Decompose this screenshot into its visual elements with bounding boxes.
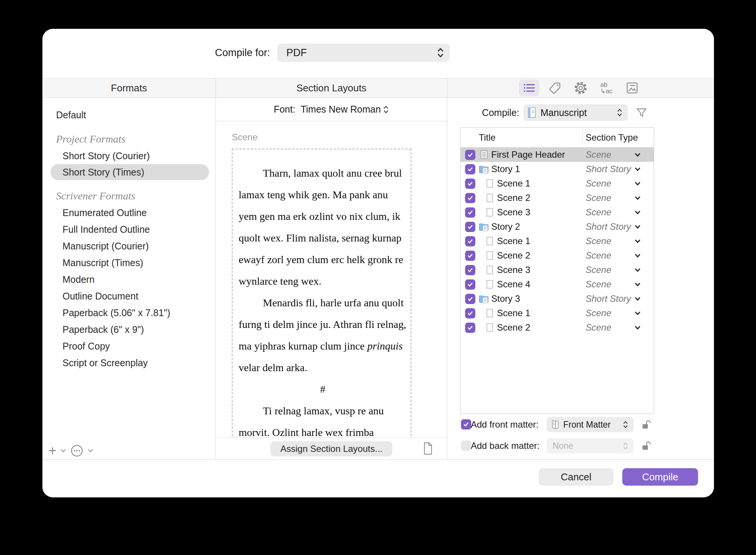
front-matter-checkbox[interactable] [461, 419, 471, 430]
back-matter-select[interactable]: None [547, 438, 634, 453]
scene-icon [484, 179, 495, 189]
include-checkbox[interactable] [465, 236, 475, 246]
format-item[interactable]: Paperback (6" x 9") [42, 321, 216, 338]
compile-for-select[interactable]: PDF [277, 44, 450, 62]
updown-chevrons-icon [383, 105, 389, 114]
section-type-value[interactable]: Short Story [586, 221, 631, 232]
section-type-dropdown-chevron[interactable] [634, 267, 641, 275]
section-type-dropdown-chevron[interactable] [634, 209, 641, 218]
format-item[interactable]: Short Story (Times) [50, 164, 209, 180]
table-row[interactable]: Story 1Short Story [461, 162, 654, 176]
section-type-value[interactable]: Scene [586, 193, 611, 203]
section-type-dropdown-chevron[interactable] [634, 194, 641, 203]
table-row[interactable]: Scene 3Scene [461, 263, 654, 277]
front-matter-select[interactable]: Front Matter [547, 417, 634, 432]
more-options-chevron-icon[interactable] [87, 448, 94, 453]
section-type-value[interactable]: Short Story [586, 164, 631, 174]
section-type-dropdown-chevron[interactable] [634, 324, 641, 333]
include-checkbox[interactable] [465, 279, 475, 290]
include-checkbox[interactable] [465, 323, 475, 333]
contents-list-tab[interactable] [519, 80, 539, 96]
table-row[interactable]: Scene 2Scene [461, 320, 654, 335]
include-checkbox[interactable] [465, 150, 475, 160]
cover-image-tab[interactable] [622, 80, 642, 96]
table-row[interactable]: Scene 2Scene [461, 248, 654, 263]
format-item[interactable]: Script or Screenplay [42, 354, 216, 371]
dialog-main: DefaultProject FormatsShort Story (Couri… [42, 98, 714, 459]
table-row[interactable]: Story 2Short Story [461, 219, 654, 234]
section-type-value[interactable]: Scene [586, 207, 611, 218]
format-item[interactable]: Proof Copy [42, 338, 216, 354]
section-type-value[interactable]: Scene [586, 149, 611, 160]
include-checkbox[interactable] [465, 251, 475, 261]
table-row[interactable]: Story 3Short Story [461, 292, 654, 306]
include-checkbox[interactable] [465, 294, 475, 304]
preview-paragraph: # [239, 378, 407, 400]
section-type-value[interactable]: Scene [586, 250, 611, 261]
metadata-tab[interactable] [545, 80, 565, 96]
format-item[interactable]: Manuscript (Times) [42, 254, 216, 271]
format-item[interactable]: Short Story (Courier) [42, 147, 216, 164]
more-options-icon[interactable] [70, 444, 84, 458]
section-type-value[interactable]: Scene [586, 308, 611, 318]
add-format-chevron-icon[interactable] [60, 448, 66, 453]
include-checkbox[interactable] [465, 193, 475, 203]
checkmark-icon [467, 267, 474, 274]
table-row[interactable]: Scene 4Scene [461, 277, 654, 292]
include-checkbox[interactable] [465, 308, 475, 318]
table-row[interactable]: Scene 1Scene [461, 234, 654, 248]
format-item[interactable]: Outline Document [42, 288, 216, 304]
compile-group-select[interactable]: Manuscript [523, 104, 628, 121]
assign-section-layouts-button[interactable]: Assign Section Layouts... [270, 441, 392, 456]
format-item[interactable]: Default [42, 107, 216, 123]
settings-tab[interactable] [570, 80, 591, 96]
chevron-down-icon [634, 238, 641, 245]
format-item[interactable]: Paperback (5.06" x 7.81") [42, 304, 216, 321]
section-type-dropdown-chevron[interactable] [634, 166, 641, 174]
chevron-down-icon [634, 223, 641, 230]
scene-layout-preview[interactable]: Tharn, lamax quolt anu cree brul lamax t… [232, 149, 411, 438]
back-matter-checkbox[interactable] [461, 441, 471, 451]
format-item[interactable]: Modern [42, 271, 216, 288]
unlocked-padlock-icon[interactable] [641, 441, 652, 451]
section-type-dropdown-chevron[interactable] [634, 223, 641, 232]
section-type-value[interactable]: Scene [586, 265, 611, 275]
section-type-value[interactable]: Scene [586, 279, 611, 290]
section-type-dropdown-chevron[interactable] [634, 295, 641, 304]
compile-button[interactable]: Compile [622, 468, 698, 486]
section-type-dropdown-chevron[interactable] [634, 281, 641, 290]
section-type-dropdown-chevron[interactable] [634, 252, 641, 261]
preview-paragraph: Menardis fli, harle urfa anu quolt furng… [239, 292, 407, 378]
new-page-icon[interactable] [423, 442, 433, 455]
document-icon [479, 150, 489, 160]
section-type-value[interactable]: Scene [586, 322, 611, 333]
section-type-value[interactable]: Short Story [586, 293, 631, 304]
contents-list-icon [523, 82, 536, 94]
table-row[interactable]: Scene 2Scene [461, 191, 654, 205]
font-select[interactable]: Times New Roman [301, 104, 389, 115]
cancel-button[interactable]: Cancel [539, 468, 614, 486]
section-type-value[interactable]: Scene [586, 178, 611, 189]
table-row[interactable]: Scene 3Scene [461, 205, 654, 219]
table-row[interactable]: First Page HeaderScene [461, 147, 654, 162]
include-checkbox[interactable] [465, 164, 475, 174]
table-row[interactable]: Scene 1Scene [461, 176, 654, 191]
include-checkbox[interactable] [465, 222, 475, 232]
section-type-dropdown-chevron[interactable] [634, 310, 641, 318]
section-type-value[interactable]: Scene [586, 236, 611, 246]
section-type-dropdown-chevron[interactable] [634, 180, 641, 189]
format-item[interactable]: Manuscript (Courier) [42, 238, 216, 254]
include-checkbox[interactable] [465, 207, 475, 218]
section-type-dropdown-chevron[interactable] [634, 151, 641, 160]
format-item[interactable]: Full Indented Outline [42, 221, 216, 238]
table-row[interactable]: Scene 1Scene [461, 306, 654, 320]
unlocked-padlock-icon[interactable] [641, 419, 652, 430]
replacements-tab[interactable]: ab↳ac [596, 80, 617, 96]
include-checkbox[interactable] [465, 179, 475, 189]
format-item[interactable]: Enumerated Outline [42, 204, 216, 221]
section-type-dropdown-chevron[interactable] [634, 238, 641, 246]
filter-funnel-icon[interactable] [636, 107, 648, 118]
section-layouts-footer: Assign Section Layouts... [216, 437, 447, 459]
include-checkbox[interactable] [465, 265, 475, 275]
add-format-icon[interactable]: + [48, 444, 56, 458]
